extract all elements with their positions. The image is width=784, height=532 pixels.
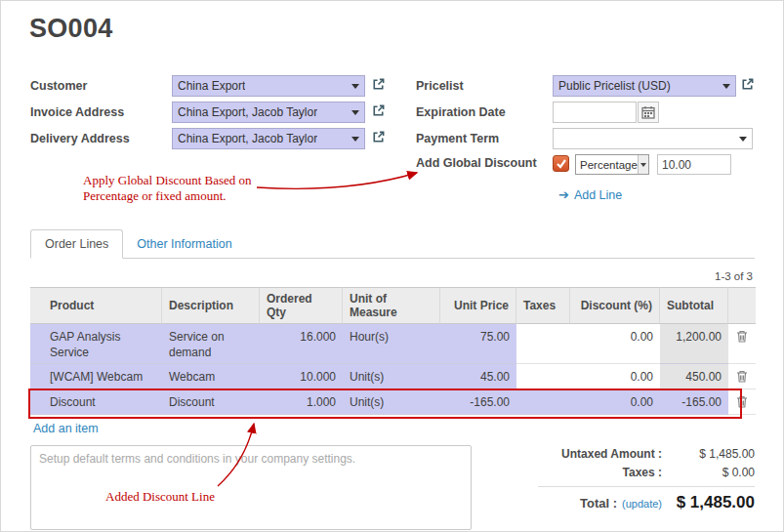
- delete-line-button[interactable]: [736, 395, 748, 408]
- order-lines-table: Product Description Ordered Qty Unit of …: [30, 287, 756, 415]
- cell-description[interactable]: Discount: [162, 389, 260, 415]
- payment-term-label: Payment Term: [416, 128, 499, 149]
- trash-icon: [736, 330, 748, 343]
- order-line-row: GAP Analysis Service Service on demand 1…: [30, 324, 756, 364]
- tab-other-information[interactable]: Other Information: [123, 230, 245, 258]
- invoice-address-value: China Export, Jacob Taylor: [178, 105, 317, 119]
- tab-order-lines[interactable]: Order Lines: [30, 229, 123, 259]
- cell-subtotal: 450.00: [660, 364, 728, 389]
- chevron-down-icon: [351, 84, 359, 89]
- chevron-down-icon: [638, 155, 648, 174]
- cell-taxes[interactable]: [516, 364, 570, 389]
- expiration-date-input[interactable]: [553, 102, 637, 123]
- external-link-icon[interactable]: [740, 77, 756, 93]
- add-line-label: Add Line: [574, 188, 622, 202]
- cell-qty[interactable]: 1.000: [260, 389, 343, 415]
- pricelist-select[interactable]: Public Pricelist (USD): [553, 75, 736, 97]
- delivery-address-value: China Export, Jacob Taylor: [178, 132, 317, 145]
- discount-amount-input[interactable]: [657, 154, 731, 175]
- col-subtotal[interactable]: Subtotal: [660, 287, 728, 324]
- delete-line-button[interactable]: [736, 330, 748, 343]
- pricelist-label: Pricelist: [416, 75, 464, 97]
- totals-panel: Untaxed Amount : $ 1,485.00 Taxes : $ 0.…: [494, 447, 755, 517]
- expiration-date-label: Expiration Date: [416, 102, 506, 123]
- sale-order-page: SO004 Customer China Export Invoice Addr…: [0, 0, 784, 532]
- trash-icon: [736, 370, 748, 383]
- payment-term-select[interactable]: [553, 128, 753, 149]
- global-discount-label: Add Global Discount: [416, 152, 537, 174]
- invoice-address-select[interactable]: China Export, Jacob Taylor: [172, 102, 365, 123]
- order-line-row-discount: Discount Discount 1.000 Unit(s) -165.00 …: [30, 389, 756, 415]
- cell-description[interactable]: Service on demand: [162, 324, 260, 364]
- table-header-row: Product Description Ordered Qty Unit of …: [30, 287, 756, 324]
- discount-type-select[interactable]: Percentage: [575, 154, 649, 175]
- annotation-discount-line: Added Discount Line: [105, 489, 215, 505]
- cell-unit-price[interactable]: 75.00: [440, 324, 516, 364]
- cell-discount[interactable]: 0.00: [570, 364, 660, 389]
- external-link-icon[interactable]: [371, 77, 387, 93]
- terms-textarea[interactable]: [30, 445, 472, 530]
- cell-taxes[interactable]: [516, 324, 570, 364]
- cell-description[interactable]: Webcam: [162, 364, 260, 389]
- cell-uom[interactable]: Hour(s): [343, 324, 440, 364]
- add-line-link[interactable]: ➔ Add Line: [558, 187, 622, 202]
- notebook-tabs: Order Lines Other Information: [30, 230, 755, 259]
- col-product[interactable]: Product: [30, 287, 162, 324]
- totals-divider: [538, 486, 755, 487]
- taxes-label: Taxes :: [494, 466, 662, 479]
- total-label: Total :: [494, 496, 617, 511]
- customer-label: Customer: [30, 75, 87, 97]
- col-discount[interactable]: Discount (%): [570, 287, 660, 324]
- cell-qty[interactable]: 16.000: [260, 324, 343, 364]
- chevron-down-icon: [351, 110, 359, 115]
- add-an-item-link[interactable]: Add an item: [33, 422, 99, 435]
- col-description[interactable]: Description: [162, 287, 260, 324]
- check-icon: [556, 158, 567, 170]
- cell-unit-price[interactable]: 45.00: [440, 364, 516, 389]
- chevron-down-icon: [739, 137, 747, 142]
- cell-uom[interactable]: Unit(s): [343, 389, 440, 415]
- cell-subtotal: 1,200.00: [660, 324, 728, 364]
- customer-value: China Export: [178, 79, 245, 93]
- trash-icon: [736, 395, 748, 408]
- discount-type-value: Percentage: [580, 159, 638, 171]
- cell-discount[interactable]: 0.00: [570, 324, 660, 364]
- invoice-address-label: Invoice Address: [30, 102, 124, 123]
- col-ordered-qty[interactable]: Ordered Qty: [260, 287, 343, 324]
- external-link-icon[interactable]: [371, 103, 387, 119]
- delivery-address-select[interactable]: China Export, Jacob Taylor: [172, 128, 365, 149]
- calendar-icon: [641, 105, 655, 119]
- cell-taxes[interactable]: [516, 389, 570, 415]
- pager: 1-3 of 3: [715, 270, 753, 282]
- col-unit-price[interactable]: Unit Price: [440, 287, 516, 324]
- chevron-down-icon: [722, 84, 730, 89]
- customer-select[interactable]: China Export: [172, 75, 365, 97]
- external-link-icon[interactable]: [371, 130, 387, 145]
- cell-discount[interactable]: 0.00: [570, 389, 660, 415]
- calendar-button[interactable]: [638, 102, 659, 123]
- cell-uom[interactable]: Unit(s): [343, 364, 440, 389]
- col-actions: [728, 287, 756, 324]
- cell-unit-price[interactable]: -165.00: [440, 389, 516, 415]
- taxes-value: $ 0.00: [662, 466, 755, 479]
- cell-product[interactable]: Discount: [30, 389, 162, 415]
- delivery-address-label: Delivery Address: [30, 128, 130, 149]
- cell-product[interactable]: [WCAM] Webcam: [30, 364, 162, 389]
- global-discount-checkbox[interactable]: [553, 155, 569, 172]
- delete-line-button[interactable]: [736, 370, 748, 383]
- chevron-down-icon: [351, 137, 359, 142]
- pricelist-value: Public Pricelist (USD): [558, 79, 671, 93]
- update-link[interactable]: (update): [622, 498, 662, 510]
- page-title: SO004: [29, 14, 113, 44]
- arrow-right-icon: ➔: [558, 187, 569, 202]
- col-unit-of-measure[interactable]: Unit of Measure: [343, 287, 440, 324]
- order-line-row: [WCAM] Webcam Webcam 10.000 Unit(s) 45.0…: [30, 364, 756, 389]
- total-value: $ 1,485.00: [662, 493, 755, 512]
- untaxed-amount-label: Untaxed Amount :: [494, 447, 662, 461]
- untaxed-amount-value: $ 1,485.00: [662, 447, 755, 461]
- cell-subtotal: -165.00: [660, 389, 728, 415]
- annotation-global-discount: Apply Global Discount Based on Percentag…: [83, 173, 252, 205]
- cell-qty[interactable]: 10.000: [260, 364, 343, 389]
- cell-product[interactable]: GAP Analysis Service: [30, 324, 162, 364]
- col-taxes[interactable]: Taxes: [516, 287, 570, 324]
